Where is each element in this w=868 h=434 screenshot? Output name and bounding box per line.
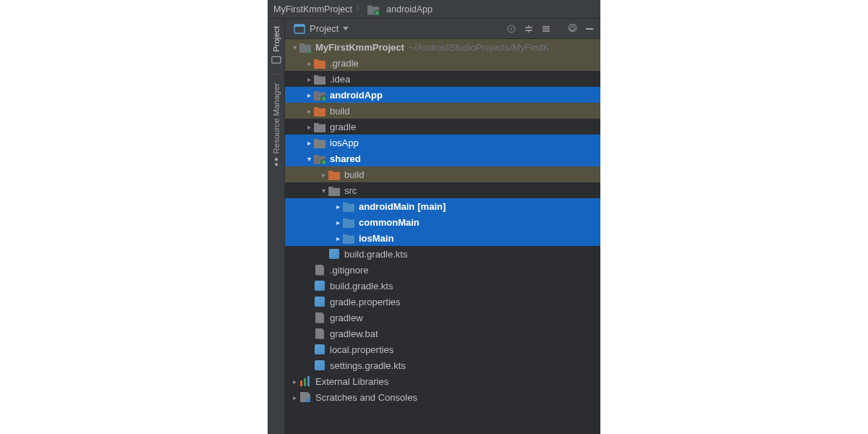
libraries-icon [299,375,311,387]
chevron-right-icon[interactable]: ▸ [304,59,314,67]
settings-button[interactable] [566,22,579,35]
svg-point-4 [510,27,512,30]
tree-row-label: gradle.properties [330,297,401,307]
gradle-file-icon [328,248,340,260]
tree-row[interactable]: ▸iosMain [285,230,600,246]
chevron-right-icon[interactable]: ▸ [304,107,314,115]
excluded-folder-icon [328,169,340,180]
tree-row-label: build.gradle.kts [344,249,407,260]
project-tree[interactable]: ▾MyFirstKmmProject~/AndroidStudioProject… [285,39,600,434]
expand-all-button[interactable] [522,22,535,35]
breadcrumb-item-module[interactable]: androidApp [367,4,433,15]
panel-title-label: Project [310,23,339,34]
scratches-icon [299,391,311,403]
tree-row[interactable]: gradlew.bat [285,326,600,341]
file-icon [314,312,326,323]
source-set-tag: [main] [417,201,446,212]
tree-row-label: iosApp [330,137,359,148]
tree-row-label: gradlew [330,312,363,323]
select-opened-file-button[interactable] [505,22,518,35]
project-root-icon [299,41,311,53]
gradle-file-icon [314,359,326,371]
chevron-right-icon[interactable]: ▸ [304,75,314,83]
tree-row-label: build.gradle.kts [330,281,393,292]
chevron-right-icon[interactable]: ▸ [304,123,314,131]
tree-row[interactable]: build.gradle.kts [285,246,600,262]
tool-tab-project[interactable]: Project [270,22,283,69]
breadcrumb-label: androidApp [386,4,433,14]
breadcrumb: MyFirstKmmProject 〉 androidApp [268,0,600,19]
tree-row[interactable]: build.gradle.kts [285,278,600,294]
module-folder-icon [367,4,379,15]
svg-rect-5 [586,28,593,30]
tree-row-label: .gradle [330,58,359,69]
tree-row[interactable]: local.properties [285,341,600,357]
tree-row[interactable]: ▸build [285,166,600,182]
collapse-all-icon [541,24,551,34]
tree-row[interactable]: gradle.properties [285,294,600,310]
chevron-right-icon[interactable]: ▸ [304,91,314,99]
tree-row[interactable]: ▸androidApp [285,87,600,103]
tree-row-label: build [330,106,349,116]
chevron-down-icon[interactable]: ▾ [304,155,314,163]
tree-row-label: commonMain [359,217,420,228]
tree-row[interactable]: .gitignore [285,262,600,278]
tree-row-label: gradlew.bat [330,328,378,339]
gradle-file-icon [314,296,326,307]
project-view-selector[interactable]: Project [289,22,353,35]
breadcrumb-item-root[interactable]: MyFirstKmmProject [273,4,352,14]
tree-row-label: settings.gradle.kts [330,360,406,371]
tree-row-label: .gitignore [330,265,368,276]
tool-tab-resource-manager[interactable]: Resource Manager [270,79,283,171]
tree-row[interactable]: ▸commonMain [285,214,600,230]
tree-row[interactable]: ▸build [285,103,600,119]
target-icon [506,24,516,34]
tree-row-label: androidMain [359,201,414,212]
tree-row-label: src [344,185,357,196]
chevron-down-icon[interactable]: ▾ [318,187,328,195]
chevron-right-icon[interactable]: ▸ [333,203,343,210]
tree-row[interactable]: ▸.idea [285,71,600,87]
chevron-right-icon[interactable]: ▸ [289,393,299,401]
chevron-right-icon[interactable]: ▸ [333,234,343,242]
module-folder-icon [314,89,326,101]
separator [271,74,282,75]
tree-row[interactable]: settings.gradle.kts [285,357,600,373]
tree-row[interactable]: ▸External Libraries [285,373,600,389]
tree-row[interactable]: ▸gradle [285,119,600,135]
tree-row-label: gradle [330,122,356,132]
panel-header: Project [285,19,600,39]
tree-row-label: Scratches and Consoles [315,392,417,403]
tree-row-label: build [344,169,364,180]
tree-row-label: MyFirstKmmProject [315,42,404,53]
tree-row[interactable]: ▾MyFirstKmmProject~/AndroidStudioProject… [285,39,600,55]
chevron-down-icon[interactable]: ▾ [289,43,299,51]
tree-row[interactable]: gradlew [285,310,600,326]
hide-button[interactable] [583,22,596,35]
chevron-right-icon[interactable]: ▸ [333,218,343,226]
tree-row[interactable]: ▾src [285,182,600,198]
ide-window: MyFirstKmmProject 〉 androidApp Project R… [268,0,600,434]
collapse-all-button[interactable] [540,22,553,35]
chevron-right-icon[interactable]: ▸ [304,139,314,147]
minimize-icon [585,25,594,33]
tree-row-label: External Libraries [315,376,388,387]
tree-row-label: iosMain [359,233,393,244]
resource-manager-icon [271,157,281,167]
file-icon [314,328,326,339]
tree-row[interactable]: ▾shared [285,150,600,166]
chevron-right-icon[interactable]: ▸ [289,378,299,386]
tree-row[interactable]: ▸iosApp [285,135,600,150]
project-icon [271,55,281,65]
folder-icon [314,121,326,132]
file-icon [314,264,326,276]
tree-row[interactable]: ▸.gradle [285,55,600,71]
source-folder-icon [343,200,354,212]
expand-all-icon [524,24,534,34]
chevron-right-icon[interactable]: ▸ [318,171,328,179]
module-folder-icon [314,153,326,164]
tool-window-bar: Project Resource Manager [268,19,285,434]
tree-row[interactable]: ▸Scratches and Consoles [285,389,600,405]
tree-row[interactable]: ▸androidMain[main] [285,198,600,214]
excluded-folder-icon [314,105,326,116]
